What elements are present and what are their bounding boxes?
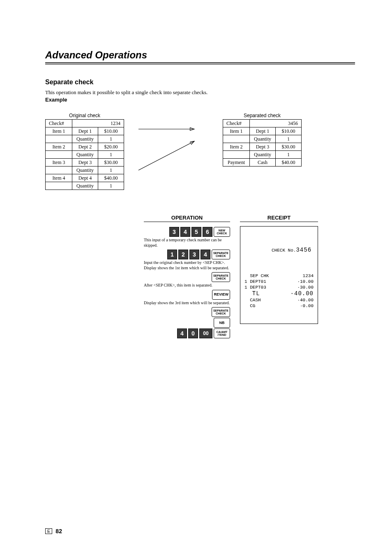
receipt-title: CHECK No.3456 <box>244 241 314 260</box>
function-key[interactable]: SEPARATECHECK <box>212 272 230 282</box>
arrows <box>136 113 210 174</box>
cell: Dept 2 <box>72 143 98 151</box>
numeric-key[interactable]: 3 <box>189 250 199 259</box>
section-title: Separate check <box>45 79 355 86</box>
separated-check-caption: Separated check <box>244 113 281 118</box>
cell: $20.00 <box>98 143 124 151</box>
operation-note: Input the original check number by <SEP … <box>144 260 230 271</box>
numeric-key[interactable]: 3 <box>169 227 179 237</box>
example-label: Example <box>45 97 355 103</box>
chapter-title: Advanced Operations <box>45 49 355 61</box>
receipt-box: CHECK No.3456 SEP CHK12341 DEPT01·10.001… <box>240 226 318 324</box>
receipt-line-left: TL <box>244 290 260 298</box>
cell: Dept 4 <box>72 174 98 182</box>
numeric-key[interactable]: 1 <box>167 250 177 259</box>
cell: $40.00 <box>98 174 124 182</box>
operation-column: OPERATION 3456NEWCHECKThis input of a te… <box>144 215 230 339</box>
numeric-key[interactable]: 00 <box>199 328 212 338</box>
cell: Payment <box>223 159 250 166</box>
separated-check-block: Separated check Check# 3456 Item 1 Dept … <box>223 113 302 166</box>
cell: $30.00 <box>98 159 124 166</box>
cell: 1 <box>98 151 124 159</box>
receipt-header: RECEIPT <box>240 215 318 222</box>
cell: 3456 <box>250 120 302 127</box>
svg-line-1 <box>138 141 194 170</box>
numeric-key[interactable]: 2 <box>178 250 188 259</box>
footer-page: 82 <box>55 528 62 534</box>
page-footer: E 82 <box>45 528 62 534</box>
cell: Dept 3 <box>250 143 276 151</box>
cell: Item 2 <box>46 143 72 151</box>
cell: Item 1 <box>223 127 250 135</box>
cell: Check# <box>223 120 250 127</box>
receipt-line-right: ·30.00 <box>297 285 314 291</box>
receipt-line: 1 DEPT01·10.00 <box>244 279 314 285</box>
numeric-key[interactable]: 0 <box>188 328 198 338</box>
cell: Item 3 <box>46 159 72 166</box>
section-intro: This operation makes it possible to spli… <box>45 89 355 96</box>
cell: Dept 1 <box>250 127 276 135</box>
function-key[interactable]: SEPARATECHECK <box>212 250 230 259</box>
operation-step: 3456NEWCHECK <box>144 227 230 237</box>
receipt-line: 1 DEPT03·30.00 <box>244 285 314 291</box>
receipt-line-left: CASH <box>244 298 261 303</box>
cell <box>223 151 250 159</box>
cell: Item 2 <box>223 143 250 151</box>
function-key[interactable]: SEPARATECHECK <box>212 307 230 317</box>
receipt-line: SEP CHK1234 <box>244 273 314 279</box>
cell: 1 <box>98 166 124 174</box>
cell: Item 1 <box>46 127 72 135</box>
example-diagram: Original check Check# 1234 Item 1 Dept 1… <box>45 113 355 190</box>
cell: Quantity <box>72 182 98 190</box>
function-key[interactable]: REVIEW <box>212 290 230 300</box>
function-key[interactable]: NB <box>214 318 230 328</box>
receipt-line-left: SEP CHK <box>244 273 269 279</box>
cell: $30.00 <box>276 143 302 151</box>
cell <box>46 151 72 159</box>
original-check-caption: Original check <box>69 113 100 118</box>
function-key[interactable]: NEWCHECK <box>214 227 230 237</box>
numeric-key[interactable]: 4 <box>180 227 190 237</box>
cell: Quantity <box>250 135 276 143</box>
receipt-line-left: 1 DEPT03 <box>244 285 266 291</box>
cell: Dept 1 <box>72 127 98 135</box>
original-check-table: Check# 1234 Item 1 Dept 1 $10.00 Quantit… <box>45 119 124 190</box>
operation-step: 4000CA/AMT/TEND <box>144 328 230 338</box>
operation-step: SEPARATECHECK <box>144 272 230 282</box>
cell: $10.00 <box>276 127 302 135</box>
operation-note: Display shows the 3rd item which will be… <box>144 301 230 306</box>
receipt-line: CG·0.00 <box>244 303 314 309</box>
cell: Quantity <box>72 151 98 159</box>
numeric-key[interactable]: 5 <box>191 227 201 237</box>
cell <box>46 182 72 190</box>
chapter-rule <box>45 62 355 65</box>
operation-note: This input of a temporary check number c… <box>144 238 230 248</box>
receipt-line-left: 1 DEPT01 <box>244 279 266 285</box>
receipt-line: CASH·40.00 <box>244 298 314 303</box>
cell: Quantity <box>72 135 98 143</box>
receipt-line-right: ·40.00 <box>297 298 314 303</box>
receipt-title-prefix: CHECK No. <box>272 248 296 253</box>
numeric-key[interactable]: 6 <box>203 227 212 237</box>
numeric-key[interactable]: 4 <box>201 250 210 259</box>
cell: Quantity <box>250 151 276 159</box>
operation-step: REVIEW <box>144 290 230 300</box>
numeric-key[interactable]: 4 <box>177 328 187 338</box>
operation-step: SEPARATECHECK <box>144 307 230 317</box>
operation-header: OPERATION <box>144 215 230 222</box>
cell: 1 <box>276 151 302 159</box>
cell: $10.00 <box>98 127 124 135</box>
cell <box>223 135 250 143</box>
cell <box>46 166 72 174</box>
cell: 1 <box>276 135 302 143</box>
receipt-column: RECEIPT CHECK No.3456 SEP CHK12341 DEPT0… <box>240 215 318 339</box>
operation-step: NB <box>144 318 230 328</box>
operation-receipt-row: OPERATION 3456NEWCHECKThis input of a te… <box>144 215 355 339</box>
receipt-line-left: CG <box>244 303 255 309</box>
footer-lang: E <box>45 528 52 534</box>
function-key[interactable]: CA/AMT/TEND <box>214 328 230 338</box>
cell: Quantity <box>72 166 98 174</box>
separated-check-table: Check# 3456 Item 1 Dept 1 $10.00 Quantit… <box>223 119 302 166</box>
receipt-title-number: 3456 <box>296 247 311 253</box>
cell: 1234 <box>72 120 124 127</box>
